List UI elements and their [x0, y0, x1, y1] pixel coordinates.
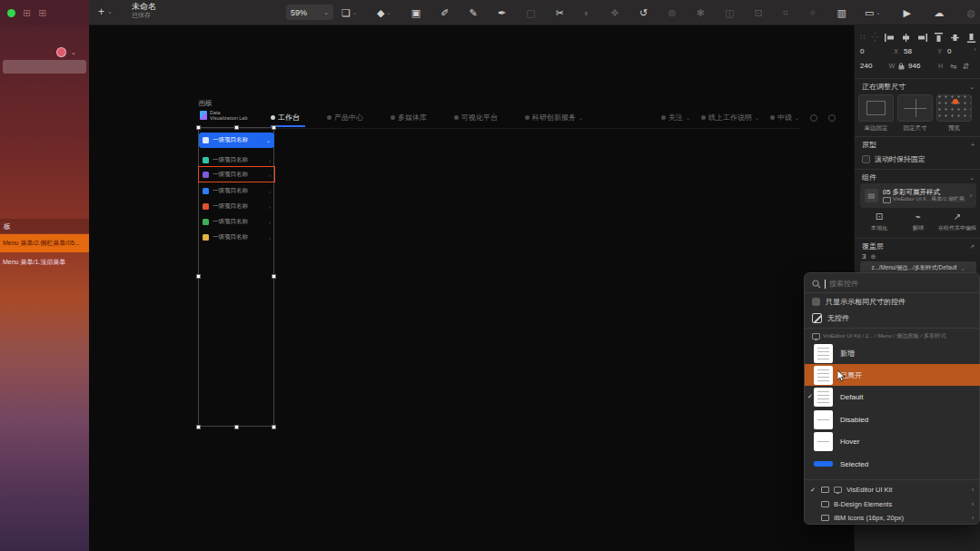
lock-ratio-icon[interactable] [898, 62, 905, 70]
variant-option-new[interactable]: 新增 [805, 342, 980, 364]
variant-option-expanded-hovered[interactable]: 已展开 [805, 364, 980, 386]
constraint-fixed-edge[interactable]: 单边固定 [858, 94, 894, 133]
panel-input-bar[interactable] [3, 60, 86, 74]
tidy-up-icon[interactable]: ∷ [860, 34, 866, 42]
prototype-section-header[interactable]: 原型 + [862, 140, 975, 150]
resize-handle-bottom-left[interactable] [196, 425, 201, 429]
resize-section-header[interactable]: 正在调整尺寸 ⌄ [862, 82, 975, 92]
detach-button[interactable]: ⌁解绑 [899, 212, 937, 232]
share-cloud-button[interactable]: ☁ [934, 8, 944, 18]
frame-tool-button[interactable]: ▣ [411, 8, 421, 18]
mask-tool-button[interactable]: ◐ [584, 8, 590, 18]
menu-item-4[interactable]: 一级项目名称 › [199, 185, 274, 197]
menu-item-7[interactable]: 一级项目名称 › [199, 231, 274, 243]
extra-button[interactable]: ◍ [966, 8, 975, 18]
document-title-block[interactable]: 未命名 已保存 [132, 3, 156, 19]
align-bottom-icon[interactable] [966, 33, 976, 43]
overlay-section-header[interactable]: 覆盖层 ↗ [862, 241, 975, 251]
menu-item-1-selected[interactable]: 一级项目名称 ⌄ [199, 133, 274, 148]
library-row-ibm-icons[interactable]: IBM Icons (16px, 20px) › [805, 511, 980, 525]
zoom-level-dropdown[interactable]: 59% ⌄ [286, 5, 333, 20]
add-circle-icon[interactable]: ⊕ [870, 253, 876, 261]
apps-grid-icon[interactable]: ⊞ [38, 8, 46, 18]
tab-research[interactable]: 科研创新服务⌄ [525, 113, 583, 123]
expand-icon[interactable]: ↗ [969, 243, 975, 251]
chevron-down-icon[interactable]: ⌄ [71, 49, 76, 56]
play-button[interactable]: ▶ [904, 8, 911, 18]
menu-item-6[interactable]: 一级项目名称 › [199, 216, 274, 228]
scissors-tool-button[interactable]: ✂ [556, 8, 564, 18]
width-field[interactable]: 240W [860, 62, 895, 70]
variant-option-disabled[interactable]: Disabled [805, 408, 980, 430]
component-card[interactable]: ▤ 05 多彩可展开样式 VisEditor UI K...菜单/2.侧栏菜单/… [860, 183, 976, 208]
canvas[interactable]: 画板 Data Visualization Lab 工作台 产品中心 多媒体库 … [89, 25, 854, 551]
library-row-viseditor[interactable]: ✓ VisEditor UI Kit › [805, 483, 980, 497]
tab-media[interactable]: 多媒体库 [391, 113, 427, 123]
search-input[interactable] [829, 280, 947, 288]
resize-handle-top-right[interactable] [272, 125, 276, 130]
no-component-option[interactable]: 无控件 [812, 313, 974, 323]
component-section-header[interactable]: 组件 ⌄ [862, 172, 975, 182]
constraint-preview[interactable]: 预览 [936, 94, 972, 133]
flip-horizontal-icon[interactable]: ⇋ [950, 62, 957, 71]
avatar[interactable] [56, 47, 66, 57]
variant-option-selected[interactable]: Selected [805, 453, 980, 475]
checkbox[interactable] [812, 298, 820, 306]
tab-visualization[interactable]: 可视化平台 [454, 113, 498, 123]
resize-handle-bottom-mid[interactable] [234, 425, 239, 429]
align-right-icon[interactable] [917, 33, 927, 43]
align-top-icon[interactable] [934, 33, 944, 43]
variant-option-hover[interactable]: Hover [805, 430, 980, 452]
add-icon[interactable]: + [971, 142, 975, 148]
rotation-field[interactable]: 0° [947, 47, 976, 55]
grid-icon[interactable]: ⊞ [23, 8, 31, 18]
layers-tool-button[interactable]: ❏⌄ [342, 8, 357, 18]
device-preview-button[interactable]: ▭⌄ [865, 8, 880, 18]
nav-bell-icon[interactable] [810, 114, 817, 122]
loop-tool-button[interactable]: ↺ [639, 8, 648, 18]
resize-handle-top-mid[interactable] [234, 125, 239, 130]
exclude-tool-button[interactable]: ✧ [808, 8, 817, 18]
checkbox[interactable] [862, 155, 870, 163]
union-tool-button[interactable]: ◫ [725, 8, 734, 18]
height-field[interactable]: 946H [908, 62, 943, 70]
nav-right-item-1[interactable]: 关注⌄ [661, 113, 690, 123]
flatten-tool-button[interactable]: ✱ [697, 8, 705, 18]
library-row-bdesign[interactable]: B-Design Elements › [805, 497, 980, 511]
nav-avatar-icon[interactable] [828, 114, 836, 122]
resize-handle-top-left[interactable] [196, 125, 201, 130]
menu-item-5[interactable]: 一级项目名称 › [199, 201, 274, 212]
resize-handle-mid-right[interactable] [272, 274, 276, 279]
tidy-grid-icon[interactable]: ⁛ [872, 34, 878, 42]
edit-in-library-button[interactable]: ↗在组件库中编辑 [938, 212, 976, 232]
nav-right-item-2[interactable]: 线上工作说明⌄ [701, 113, 759, 123]
pencil-tool-button[interactable]: ✎ [470, 8, 478, 18]
boolean-tool-button[interactable]: ⊚ [668, 8, 676, 18]
layer-row-sidebar-menu[interactable]: Menu 菜单/2.侧栏菜单/05... [0, 234, 89, 252]
constraint-fixed-size[interactable]: 固定尺寸 [897, 94, 933, 133]
resize-handle-bottom-right[interactable] [272, 425, 276, 429]
component-tool-button[interactable]: ◆⌄ [377, 8, 391, 18]
blend-tool-button[interactable]: ❖ [610, 8, 619, 18]
tab-workbench[interactable]: 工作台 [271, 113, 300, 123]
flip-vertical-icon[interactable]: ⇵ [963, 62, 970, 71]
align-left-icon[interactable] [885, 33, 895, 43]
same-size-filter[interactable]: 只显示示相同尺寸的控件 [812, 297, 974, 307]
tab-products[interactable]: 产品中心 [327, 113, 363, 123]
resize-handle-mid-left[interactable] [196, 274, 201, 279]
menu-item-2[interactable]: 一级项目名称 › [199, 154, 274, 166]
search-row[interactable] [812, 277, 974, 290]
brush-tool-button[interactable]: ✐ [441, 8, 449, 18]
insert-button[interactable]: + ⌄ [98, 5, 113, 18]
localize-button[interactable]: ⊡本地化 [860, 212, 898, 232]
y-field[interactable]: 58Y [904, 47, 942, 55]
layer-row-top-menu[interactable]: Menu 菜单/1.顶部菜单 [0, 255, 89, 270]
distribute-tool-button[interactable]: ▥ [836, 8, 846, 18]
align-center-h-icon[interactable] [901, 33, 911, 43]
nav-right-item-3[interactable]: 中级⌄ [770, 113, 799, 123]
artboard-label[interactable]: 画板 [198, 98, 213, 108]
traffic-light-green[interactable] [7, 9, 15, 17]
subtract-tool-button[interactable]: ⊡ [754, 8, 762, 18]
intersect-tool-button[interactable]: ⌗ [783, 8, 788, 18]
variant-option-default[interactable]: ✓ Default [805, 386, 980, 408]
